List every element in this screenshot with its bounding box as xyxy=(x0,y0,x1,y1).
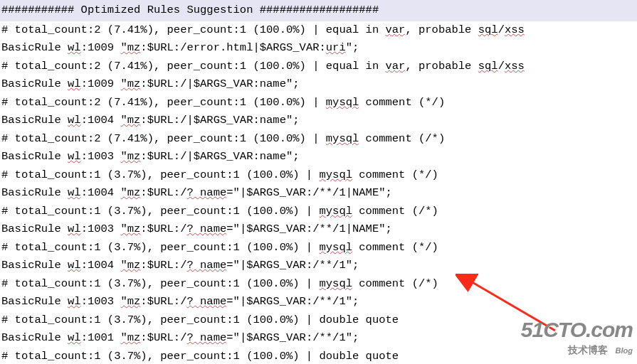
spellcheck-span: xss xyxy=(505,60,525,73)
spellcheck-span: "mz xyxy=(120,259,140,272)
code-line: BasicRule wl:1009 "mz:$URL:/error.html|$… xyxy=(0,39,637,58)
spellcheck-span: sql xyxy=(478,23,498,36)
code-line: # total_count:1 (3.7%), peer_count:1 (10… xyxy=(0,239,637,257)
spellcheck-span: wl xyxy=(68,223,81,235)
spellcheck-span: wl xyxy=(68,295,81,308)
code-line: BasicRule wl:1003 "mz:$URL:/|$ARGS_VAR:n… xyxy=(0,148,637,166)
spellcheck-span: "mz xyxy=(120,223,140,235)
spellcheck-span: ? name xyxy=(186,223,226,235)
code-line: # total_count:1 (3.7%), peer_count:1 (10… xyxy=(0,203,637,221)
code-block: # total_count:2 (7.41%), peer_count:1 (1… xyxy=(0,21,637,365)
spellcheck-span: ? name xyxy=(186,295,226,308)
spellcheck-span: mysql xyxy=(319,277,352,290)
spellcheck-span: xss xyxy=(505,23,525,36)
section-header: ########### Optimized Rules Suggestion #… xyxy=(0,0,637,21)
code-line: # total_count:1 (3.7%), peer_count:1 (10… xyxy=(0,311,637,330)
code-line: # total_count:2 (7.41%), peer_count:1 (1… xyxy=(0,58,637,76)
code-line: BasicRule wl:1004 "mz:$URL:/|$ARGS_VAR:n… xyxy=(0,112,637,130)
code-line: # total_count:1 (3.7%), peer_count:1 (10… xyxy=(0,166,637,185)
spellcheck-span: sql xyxy=(478,60,498,73)
spellcheck-span: wl xyxy=(68,150,81,163)
code-line: # total_count:1 (3.7%), peer_count:1 (10… xyxy=(0,348,637,365)
spellcheck-span: "mz xyxy=(120,41,140,54)
code-line: # total_count:2 (7.41%), peer_count:1 (1… xyxy=(0,21,637,40)
spellcheck-span: wl xyxy=(68,186,81,199)
spellcheck-span: mysql xyxy=(319,168,352,181)
spellcheck-span: mysql xyxy=(326,132,359,145)
spellcheck-span: mysql xyxy=(319,241,352,254)
spellcheck-span: wl xyxy=(68,259,81,272)
spellcheck-span: var xyxy=(386,60,406,73)
code-line: BasicRule wl:1003 "mz:$URL:/? name="|$AR… xyxy=(0,293,637,311)
spellcheck-span: uri xyxy=(326,41,346,54)
spellcheck-span: ? name xyxy=(186,186,226,199)
spellcheck-span: "mz xyxy=(120,331,140,344)
spellcheck-span: "mz xyxy=(120,114,140,127)
spellcheck-span: wl xyxy=(68,77,81,90)
spellcheck-span: ? name xyxy=(186,331,226,344)
spellcheck-span: "mz xyxy=(120,295,140,308)
code-line: BasicRule wl:1004 "mz:$URL:/? name="|$AR… xyxy=(0,257,637,275)
spellcheck-span: wl xyxy=(68,41,81,54)
code-line: # total_count:1 (3.7%), peer_count:1 (10… xyxy=(0,275,637,294)
spellcheck-span: "mz xyxy=(120,150,140,163)
spellcheck-span: ? name xyxy=(186,259,226,272)
code-line: BasicRule wl:1009 "mz:$URL:/|$ARGS_VAR:n… xyxy=(0,75,637,94)
code-line: # total_count:2 (7.41%), peer_count:1 (1… xyxy=(0,130,637,149)
spellcheck-span: mysql xyxy=(326,96,359,109)
spellcheck-span: var xyxy=(386,23,406,36)
code-line: BasicRule wl:1001 "mz:$URL:/? name="|$AR… xyxy=(0,329,637,348)
spellcheck-span: mysql xyxy=(319,205,352,218)
spellcheck-span: wl xyxy=(68,331,81,344)
spellcheck-span: "mz xyxy=(120,77,140,90)
code-line: BasicRule wl:1003 "mz:$URL:/? name="|$AR… xyxy=(0,220,637,239)
code-line: BasicRule wl:1004 "mz:$URL:/? name="|$AR… xyxy=(0,184,637,203)
spellcheck-span: "mz xyxy=(120,186,140,199)
spellcheck-span: wl xyxy=(68,114,81,127)
code-line: # total_count:2 (7.41%), peer_count:1 (1… xyxy=(0,94,637,112)
